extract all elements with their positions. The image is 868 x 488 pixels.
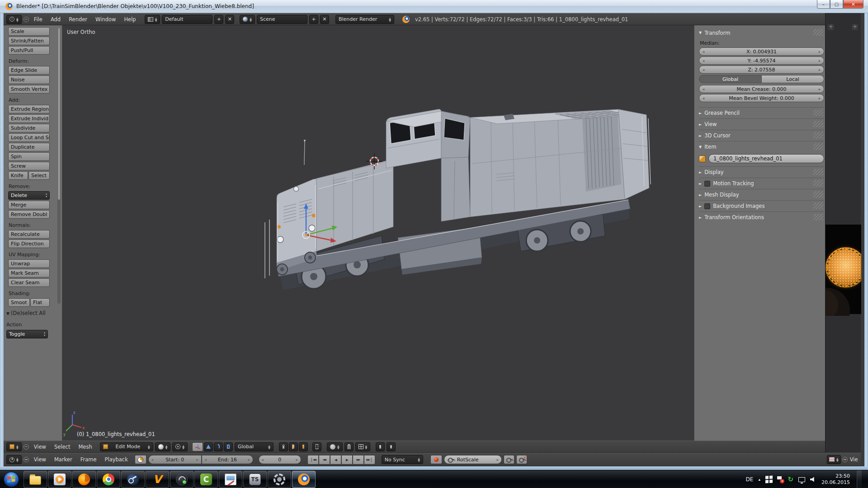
tool-knife-select[interactable]: Select — [28, 171, 50, 180]
pivot-point-select[interactable] — [172, 442, 188, 451]
taskbar-app-explorer[interactable] — [24, 471, 47, 488]
editor-type-button-timeline[interactable] — [6, 455, 22, 464]
scene-field[interactable]: Scene — [257, 15, 307, 24]
jump-to-end-button[interactable]: ▸▸❘ — [364, 455, 375, 465]
frame-start-field[interactable]: Start: 0 — [148, 455, 202, 464]
menu-add[interactable]: Add — [47, 16, 64, 23]
editor-type-button-3dview[interactable] — [6, 442, 22, 451]
taskbar-app-gear-tool[interactable] — [268, 471, 291, 488]
panel-transform[interactable]: ▼ Transform — [699, 27, 824, 38]
global-toggle[interactable]: Global — [699, 75, 762, 83]
menu-file[interactable]: File — [31, 16, 46, 23]
operator-title[interactable]: (De)select All — [6, 310, 57, 316]
viewport-canvas[interactable]: z x y — [62, 25, 694, 441]
menu-view[interactable]: View — [31, 444, 49, 450]
editor-type-button-info[interactable] — [6, 15, 22, 24]
manipulator-rotate-toggle[interactable] — [214, 442, 223, 451]
panel-3d-cursor[interactable]: ► 3D Cursor — [699, 130, 824, 141]
tool-scale[interactable]: Scale — [8, 27, 50, 36]
tool-loop-cut[interactable]: Loop Cut and Sl — [8, 133, 50, 142]
tool-unwrap[interactable]: Unwrap — [8, 259, 50, 268]
properties-editor-strip[interactable]: + + — [825, 13, 861, 453]
taskbar-app-camtasia[interactable]: C — [194, 471, 218, 488]
menu-window[interactable]: Window — [92, 16, 119, 23]
panel-background-images[interactable]: ► Background Images — [699, 200, 824, 211]
tool-smooth-vertex[interactable]: Smooth Vertex — [8, 85, 50, 94]
tool-remove-doubles[interactable]: Remove Doubl — [8, 210, 50, 219]
speaker-icon[interactable] — [810, 477, 816, 482]
menu-mesh[interactable]: Mesh — [75, 444, 95, 450]
strip-add-left[interactable]: + — [828, 24, 834, 30]
sync-mode-select[interactable]: No Sync — [382, 455, 423, 464]
render-opengl-button[interactable] — [376, 442, 385, 451]
transform-orientation-select[interactable]: Global — [235, 442, 274, 451]
render-opengl-anim-button[interactable] — [387, 442, 396, 451]
keying-set-field[interactable]: RotScale — [444, 455, 502, 464]
menu-playback[interactable]: Playback — [102, 456, 131, 463]
preview-range-toggle[interactable] — [135, 455, 146, 464]
tool-shelf[interactable]: Scale Shrink/Fatten Push/Pull Deform: Ed… — [4, 25, 62, 441]
clock[interactable]: 23:50 20.06.2015 — [821, 473, 850, 486]
proportional-edit-select[interactable] — [327, 442, 343, 451]
limit-to-visible-toggle[interactable] — [312, 442, 321, 451]
language-indicator[interactable]: DE — [746, 476, 754, 483]
panel-mesh-display[interactable]: ► Mesh Display — [699, 189, 824, 200]
editor-type-button-properties[interactable] — [827, 455, 841, 464]
collapse-menus-icon[interactable] — [24, 444, 29, 450]
viewport-shading-select[interactable] — [155, 442, 171, 451]
taskbar-app-daemon-tools[interactable] — [170, 471, 193, 488]
tool-recalculate[interactable]: Recalculate — [8, 230, 50, 239]
mean-bevel-field[interactable]: Mean Bevel Weight: 0.000 — [699, 94, 824, 102]
minimize-button[interactable]: – — [817, 0, 830, 9]
tool-shelf-scrollbar[interactable] — [57, 28, 61, 304]
tool-mark-seam[interactable]: Mark Seam — [8, 269, 50, 277]
panel-item[interactable]: ▼ Item — [699, 141, 824, 152]
menu-render[interactable]: Render — [66, 16, 90, 23]
properties-sidebar[interactable]: ▼ Transform Median: X: 0.004931 Y: -4.95… — [694, 25, 829, 441]
panel-transform-orientations[interactable]: ► Transform Orientations — [699, 211, 824, 223]
menu-help[interactable]: Help — [121, 16, 139, 23]
strip-menu-view[interactable]: Vie — [849, 456, 859, 463]
manipulator-translate-toggle[interactable] — [204, 442, 213, 451]
panel-view[interactable]: ► View — [699, 118, 824, 130]
hidden-icons-arrow[interactable]: ▴ — [758, 477, 760, 482]
item-name-field[interactable]: 1_0800_lights_revhead_01 — [708, 154, 824, 163]
tool-screw[interactable]: Screw — [8, 162, 50, 170]
manipulator-axis-toggle[interactable] — [192, 442, 203, 451]
taskbar-app-steam[interactable] — [121, 471, 145, 488]
taskbar-app-blender[interactable] — [292, 471, 316, 488]
taskbar-app-chrome[interactable] — [97, 471, 120, 488]
taskbar-app-firefox[interactable] — [72, 471, 96, 488]
prev-keyframe-button[interactable]: ◂◂ — [319, 455, 330, 465]
window-titlebar[interactable]: Blender* [D:\TrainSimBlender\Blender Obj… — [0, 0, 868, 13]
strip-add-right[interactable]: + — [852, 24, 858, 30]
delete-keyframe-button[interactable]: ✕ — [516, 455, 527, 464]
layout-add-button[interactable]: + — [214, 15, 223, 24]
tool-spin[interactable]: Spin — [8, 152, 50, 161]
scene-icon-button[interactable] — [240, 15, 255, 24]
operator-action-select[interactable]: Toggle — [6, 330, 48, 338]
tool-shade-flat[interactable]: Flat — [30, 298, 50, 307]
tool-extrude-region[interactable]: Extrude Region — [8, 105, 50, 113]
tool-push-pull[interactable]: Push/Pull — [8, 46, 50, 55]
motion-tracking-checkbox[interactable] — [704, 181, 710, 187]
menu-marker[interactable]: Marker — [51, 456, 75, 463]
collapse-menus-icon[interactable] — [24, 17, 29, 22]
close-button[interactable]: ✕ — [843, 0, 863, 9]
menu-frame[interactable]: Frame — [77, 456, 100, 463]
layout-delete-button[interactable]: ✕ — [225, 15, 234, 24]
screen-layout-icon-button[interactable] — [145, 15, 160, 24]
taskbar-app-paint[interactable] — [219, 471, 242, 488]
auto-keyframe-toggle[interactable] — [430, 455, 442, 464]
screen-layout-field[interactable]: Default — [162, 15, 212, 24]
tool-clear-seam[interactable]: Clear Seam — [8, 278, 50, 287]
viewport-3d[interactable]: z x y User Ortho (0) 1_0800_lights_revhe… — [4, 25, 864, 441]
tool-subdivide[interactable]: Subdivide — [8, 124, 50, 132]
play-reverse-button[interactable]: ◂ — [330, 455, 341, 465]
tool-delete-menu[interactable]: Delete — [8, 191, 50, 200]
tool-duplicate[interactable]: Duplicate — [8, 143, 50, 151]
play-button[interactable]: ▸ — [341, 455, 353, 465]
frame-end-field[interactable]: End: 16 — [202, 455, 253, 464]
action-center-icon[interactable] — [777, 476, 783, 483]
next-keyframe-button[interactable]: ▸▸ — [353, 455, 364, 465]
